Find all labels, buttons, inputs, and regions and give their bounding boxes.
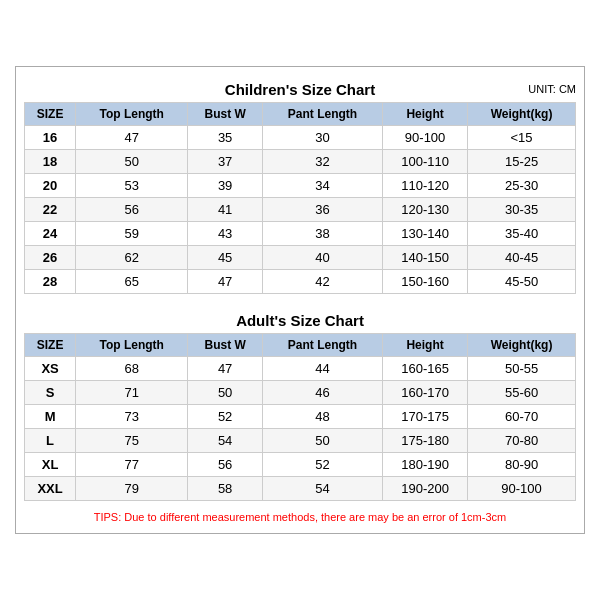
col-height: Height: [383, 103, 468, 126]
table-row: XXL795854190-20090-100: [25, 477, 576, 501]
adult-table: SIZE Top Length Bust W Pant Length Heigh…: [24, 333, 576, 501]
table-cell: 56: [76, 198, 188, 222]
table-cell: 48: [263, 405, 383, 429]
table-cell: 36: [263, 198, 383, 222]
table-cell: 26: [25, 246, 76, 270]
table-cell: 37: [188, 150, 263, 174]
table-cell: 50-55: [468, 357, 576, 381]
table-cell: 24: [25, 222, 76, 246]
table-cell: 55-60: [468, 381, 576, 405]
table-cell: 45: [188, 246, 263, 270]
table-cell: 100-110: [383, 150, 468, 174]
table-cell: 90-100: [383, 126, 468, 150]
table-cell: 160-170: [383, 381, 468, 405]
table-row: 28654742150-16045-50: [25, 270, 576, 294]
table-row: S715046160-17055-60: [25, 381, 576, 405]
table-cell: 53: [76, 174, 188, 198]
table-cell: 35: [188, 126, 263, 150]
table-cell: 28: [25, 270, 76, 294]
col-height: Height: [383, 334, 468, 357]
adult-title-text: Adult's Size Chart: [236, 312, 364, 329]
table-cell: 16: [25, 126, 76, 150]
table-cell: 60-70: [468, 405, 576, 429]
table-cell: 190-200: [383, 477, 468, 501]
table-row: 18503732100-11015-25: [25, 150, 576, 174]
col-size: SIZE: [25, 103, 76, 126]
table-cell: 34: [263, 174, 383, 198]
table-cell: 50: [188, 381, 263, 405]
table-cell: 44: [263, 357, 383, 381]
table-cell: 30-35: [468, 198, 576, 222]
table-cell: 150-160: [383, 270, 468, 294]
table-cell: 110-120: [383, 174, 468, 198]
col-top-length: Top Length: [76, 103, 188, 126]
table-cell: 58: [188, 477, 263, 501]
table-cell: 54: [188, 429, 263, 453]
table-cell: 75: [76, 429, 188, 453]
table-row: XS684744160-16550-55: [25, 357, 576, 381]
table-cell: 38: [263, 222, 383, 246]
col-bust-w: Bust W: [188, 103, 263, 126]
table-cell: 140-150: [383, 246, 468, 270]
table-cell: 77: [76, 453, 188, 477]
table-cell: 35-40: [468, 222, 576, 246]
table-cell: 71: [76, 381, 188, 405]
children-table: SIZE Top Length Bust W Pant Length Heigh…: [24, 102, 576, 294]
table-cell: 18: [25, 150, 76, 174]
table-row: M735248170-17560-70: [25, 405, 576, 429]
table-cell: 32: [263, 150, 383, 174]
table-row: 22564136120-13030-35: [25, 198, 576, 222]
col-weight: Weight(kg): [468, 103, 576, 126]
table-cell: 40-45: [468, 246, 576, 270]
table-cell: 47: [76, 126, 188, 150]
table-cell: 65: [76, 270, 188, 294]
table-cell: 73: [76, 405, 188, 429]
table-cell: 47: [188, 270, 263, 294]
table-row: L755450175-18070-80: [25, 429, 576, 453]
table-cell: XL: [25, 453, 76, 477]
table-cell: M: [25, 405, 76, 429]
adult-header-row: SIZE Top Length Bust W Pant Length Heigh…: [25, 334, 576, 357]
table-row: 20533934110-12025-30: [25, 174, 576, 198]
unit-label: UNIT: CM: [528, 83, 576, 95]
table-cell: 90-100: [468, 477, 576, 501]
table-cell: 45-50: [468, 270, 576, 294]
tips-text: TIPS: Due to different measurement metho…: [24, 505, 576, 525]
table-cell: L: [25, 429, 76, 453]
table-cell: 56: [188, 453, 263, 477]
table-cell: 30: [263, 126, 383, 150]
col-top-length: Top Length: [76, 334, 188, 357]
table-cell: 79: [76, 477, 188, 501]
table-cell: 46: [263, 381, 383, 405]
table-cell: 43: [188, 222, 263, 246]
table-cell: 50: [263, 429, 383, 453]
col-pant-length: Pant Length: [263, 334, 383, 357]
table-cell: 25-30: [468, 174, 576, 198]
col-size: SIZE: [25, 334, 76, 357]
table-cell: 42: [263, 270, 383, 294]
table-cell: 40: [263, 246, 383, 270]
children-header-row: SIZE Top Length Bust W Pant Length Heigh…: [25, 103, 576, 126]
table-row: 24594338130-14035-40: [25, 222, 576, 246]
table-cell: 54: [263, 477, 383, 501]
table-cell: 20: [25, 174, 76, 198]
table-cell: 175-180: [383, 429, 468, 453]
col-pant-length: Pant Length: [263, 103, 383, 126]
table-cell: 160-165: [383, 357, 468, 381]
table-cell: 47: [188, 357, 263, 381]
table-cell: 52: [188, 405, 263, 429]
table-cell: 170-175: [383, 405, 468, 429]
table-cell: 70-80: [468, 429, 576, 453]
children-title-text: Children's Size Chart: [225, 81, 375, 98]
table-row: 1647353090-100<15: [25, 126, 576, 150]
table-cell: 15-25: [468, 150, 576, 174]
table-cell: XXL: [25, 477, 76, 501]
table-cell: 41: [188, 198, 263, 222]
children-title: Children's Size Chart UNIT: CM: [24, 75, 576, 102]
col-weight: Weight(kg): [468, 334, 576, 357]
col-bust-w: Bust W: [188, 334, 263, 357]
table-row: XL775652180-19080-90: [25, 453, 576, 477]
table-cell: 22: [25, 198, 76, 222]
table-cell: 50: [76, 150, 188, 174]
table-cell: 39: [188, 174, 263, 198]
